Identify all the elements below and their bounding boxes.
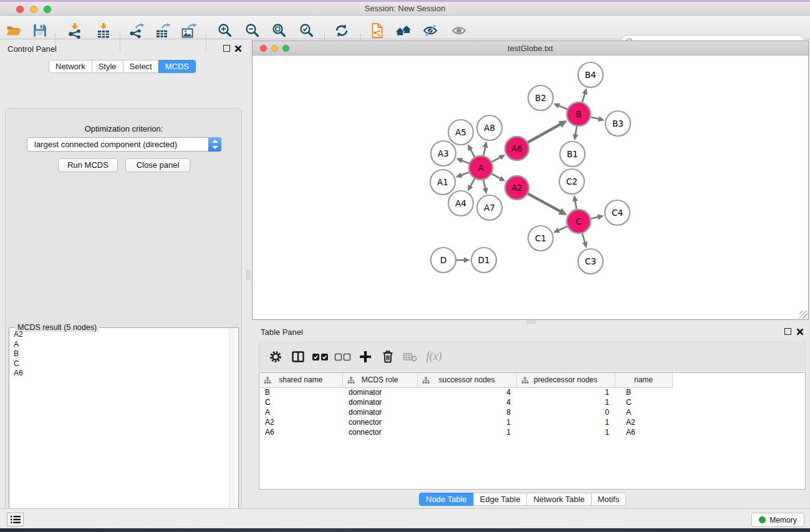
graph-node-A5[interactable]: A5 — [448, 120, 473, 145]
graph-node-C2[interactable]: C2 — [559, 169, 584, 194]
minimize-window-button[interactable] — [30, 6, 37, 13]
table-cell[interactable]: C — [259, 397, 342, 407]
mcds-result-item[interactable]: B — [10, 349, 231, 359]
table-cell[interactable]: 1 — [417, 427, 516, 437]
graph-edge-C-C3[interactable] — [582, 233, 585, 243]
tab-motifs[interactable]: Motifs — [591, 493, 627, 506]
table-cell[interactable]: A6 — [615, 427, 672, 437]
table-cell[interactable]: A — [615, 407, 672, 417]
graph-edge-A-A8[interactable] — [483, 146, 486, 156]
table-row[interactable]: Bdominator41B — [259, 387, 806, 397]
column-header-predecessor-nodes[interactable]: predecessor nodes — [516, 373, 615, 387]
tab-edge-table[interactable]: Edge Table — [473, 493, 528, 506]
graph-edge-A-A7[interactable] — [483, 180, 486, 190]
delete-column-button[interactable] — [377, 346, 399, 368]
table-cell[interactable]: 4 — [417, 387, 516, 397]
table-settings-button[interactable] — [264, 346, 287, 368]
table-cell[interactable]: 1 — [516, 387, 615, 397]
table-cell[interactable]: B — [615, 387, 672, 397]
tab-node-table[interactable]: Node Table — [419, 493, 474, 506]
tab-select[interactable]: Select — [123, 60, 159, 73]
close-panel-button[interactable]: Close panel — [125, 158, 190, 172]
graph-edge-A-A5[interactable] — [470, 148, 475, 157]
graph-node-C4[interactable]: C4 — [605, 200, 630, 225]
table-row[interactable]: Cdominator41C — [259, 397, 806, 407]
table-cell[interactable]: A — [259, 407, 342, 417]
table-cell[interactable]: 1 — [516, 397, 615, 407]
table-cell[interactable]: 1 — [516, 427, 615, 437]
close-view-button[interactable] — [260, 45, 267, 52]
table-cell[interactable]: A2 — [259, 417, 342, 427]
create-column-button[interactable] — [354, 346, 377, 368]
zoom-fit-button[interactable] — [269, 21, 290, 40]
graph-edge-A6-B[interactable] — [528, 124, 561, 143]
graph-edge-C-C2[interactable] — [575, 200, 577, 210]
split-divider-handle[interactable] — [246, 270, 250, 279]
open-session-button[interactable] — [3, 21, 24, 40]
mcds-result-list[interactable]: A2ABCA6 — [10, 330, 231, 379]
select-all-columns-button[interactable] — [309, 346, 332, 368]
graph-edge-A-A4[interactable] — [470, 178, 475, 187]
table-cell[interactable]: B — [259, 387, 342, 397]
graph-node-A4[interactable]: A4 — [448, 191, 473, 216]
result-scrollbar[interactable] — [229, 329, 235, 532]
split-divider-handle[interactable] — [526, 321, 536, 324]
graph-edge-A-A2[interactable] — [491, 173, 501, 179]
network-window-titlebar[interactable]: testGlobe.txt — [253, 41, 808, 56]
graph-node-A[interactable]: A — [469, 156, 493, 180]
table-cell[interactable]: dominator — [342, 397, 417, 407]
fit-all-views-button[interactable] — [393, 21, 414, 40]
graph-edge-A2-C[interactable] — [528, 193, 561, 212]
graph-node-B1[interactable]: B1 — [560, 142, 585, 167]
graph-node-A2[interactable]: A2 — [505, 176, 529, 200]
table-row[interactable]: A6connector11A6 — [259, 427, 806, 437]
graph-edge-B-B3[interactable] — [590, 117, 599, 119]
show-column-button[interactable] — [287, 346, 309, 368]
minimize-view-button[interactable] — [271, 45, 278, 52]
new-network-document-button[interactable] — [367, 21, 388, 40]
export-network-button[interactable] — [126, 21, 147, 40]
mcds-result-item[interactable]: C — [10, 359, 231, 369]
graph-node-B[interactable]: B — [567, 102, 591, 126]
graph-edge-B-B1[interactable] — [576, 126, 577, 136]
table-cell[interactable]: dominator — [342, 407, 417, 417]
table-row[interactable]: A2connector11A2 — [259, 417, 806, 427]
import-table-button[interactable] — [93, 21, 114, 40]
tab-mcds[interactable]: MCDS — [158, 60, 196, 73]
function-builder-button[interactable]: f(x) — [422, 346, 444, 368]
table-cell[interactable]: connector — [342, 427, 417, 437]
hide-graphics-details-button[interactable] — [420, 21, 441, 40]
mcds-result-item[interactable]: A6 — [10, 369, 231, 379]
mcds-result-item[interactable]: A — [10, 340, 231, 350]
column-header-successor-nodes[interactable]: successor nodes — [417, 373, 516, 387]
graph-edge-B-B4[interactable] — [582, 93, 585, 103]
table-cell[interactable]: A6 — [259, 427, 342, 437]
column-header-MCDS-role[interactable]: MCDS role — [342, 373, 417, 387]
run-mcds-button[interactable]: Run MCDS — [58, 158, 118, 172]
column-header-shared-name[interactable]: shared name — [259, 373, 342, 387]
deselect-all-columns-button[interactable] — [332, 346, 354, 368]
import-network-button[interactable] — [64, 21, 85, 40]
table-row[interactable]: Adominator80A — [259, 407, 806, 417]
table-cell[interactable]: 1 — [516, 417, 615, 427]
graph-node-B2[interactable]: B2 — [528, 85, 553, 110]
graph-edge-C-C1[interactable] — [557, 226, 567, 231]
table-cell[interactable]: connector — [342, 417, 417, 427]
memory-button[interactable]: Memory — [751, 513, 804, 527]
graph-node-A8[interactable]: A8 — [477, 115, 502, 140]
graph-node-C1[interactable]: C1 — [528, 226, 553, 251]
resize-grip-icon[interactable] — [799, 311, 808, 319]
graph-node-D1[interactable]: D1 — [471, 248, 496, 273]
mcds-result-item[interactable]: A2 — [10, 330, 231, 340]
graph-node-C[interactable]: C — [567, 210, 591, 233]
graph-node-B4[interactable]: B4 — [578, 62, 603, 87]
graph-edge-A-A3[interactable] — [461, 160, 470, 163]
table-cell[interactable]: 8 — [417, 407, 516, 417]
table-cell[interactable]: 4 — [417, 397, 516, 407]
graph-edge-A-A6[interactable] — [491, 157, 501, 162]
tab-style[interactable]: Style — [92, 60, 123, 73]
tab-network[interactable]: Network — [49, 60, 92, 73]
float-table-panel-button[interactable] — [784, 328, 791, 335]
table-cell[interactable]: dominator — [342, 387, 417, 397]
close-window-button[interactable] — [16, 6, 24, 13]
